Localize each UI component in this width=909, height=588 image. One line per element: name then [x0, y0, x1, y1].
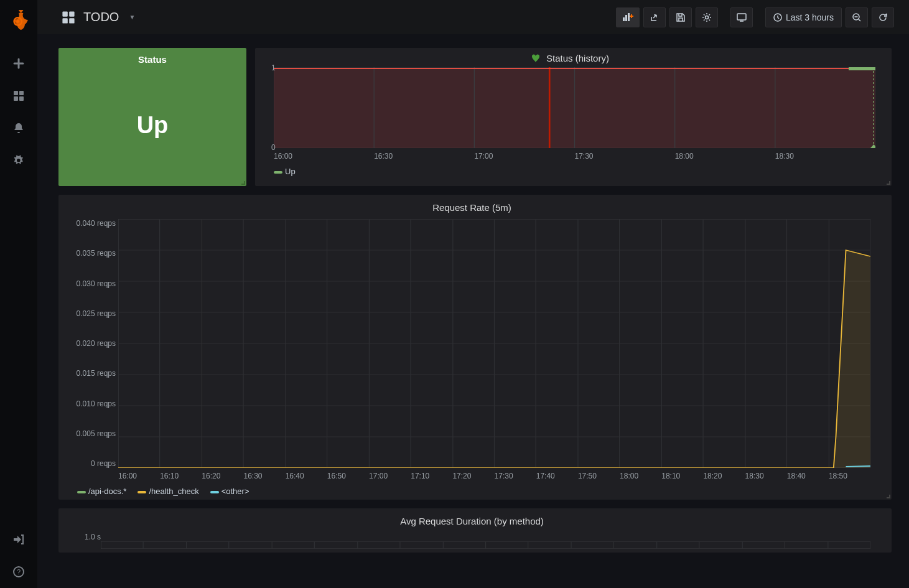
share-button[interactable]	[643, 7, 666, 27]
panel-status[interactable]: Status Up	[58, 48, 246, 186]
x-axis: 16:00 16:30 17:00 17:30 18:00 18:30	[274, 148, 875, 161]
dashboard-title: TODO	[83, 10, 119, 24]
sidebar: ?	[0, 0, 37, 588]
clock-icon	[773, 13, 782, 22]
y-tick: 1.0 s	[85, 533, 880, 541]
chevron-down-icon: ▼	[129, 14, 135, 21]
panel-status-history[interactable]: Status (history) 1 0	[255, 48, 892, 186]
svg-rect-13	[625, 15, 627, 21]
zoom-out-button[interactable]	[846, 7, 868, 27]
grafana-logo-icon[interactable]	[9, 10, 28, 30]
panel-title: Status (history)	[546, 53, 609, 63]
signin-icon[interactable]	[6, 527, 31, 552]
topbar: TODO ▼	[37, 0, 909, 34]
save-button[interactable]	[669, 7, 692, 27]
svg-rect-11	[69, 18, 74, 23]
status-value: Up	[137, 65, 169, 186]
time-range-label: Last 3 hours	[786, 12, 834, 22]
panel-title: Avg Request Duration (by method)	[63, 516, 880, 526]
svg-rect-10	[62, 18, 67, 23]
chart-status-history: 1 0	[274, 67, 875, 148]
resize-handle-icon[interactable]	[887, 495, 890, 498]
svg-rect-5	[19, 96, 24, 101]
legend-item[interactable]: /api-docs.*	[77, 487, 126, 496]
refresh-button[interactable]	[872, 7, 894, 27]
add-panel-button[interactable]	[616, 7, 640, 27]
svg-rect-9	[69, 11, 74, 16]
svg-rect-14	[628, 13, 630, 21]
cycle-view-button[interactable]	[730, 7, 753, 27]
dashboards-icon	[61, 10, 76, 25]
dashboards-icon[interactable]	[6, 83, 31, 108]
svg-rect-4	[14, 96, 18, 101]
svg-rect-12	[623, 17, 625, 21]
panel-title: Status	[138, 54, 167, 65]
help-icon[interactable]: ?	[6, 559, 31, 584]
legend-item[interactable]: <other>	[210, 487, 249, 496]
time-range-button[interactable]: Last 3 hours	[765, 7, 842, 27]
svg-point-15	[705, 16, 708, 19]
heart-icon	[531, 54, 541, 63]
settings-button[interactable]	[696, 7, 718, 27]
chart-request-rate: 0.040 reqps 0.035 reqps 0.030 reqps 0.02…	[118, 219, 870, 468]
dashboard-title-dropdown[interactable]: TODO ▼	[61, 10, 135, 25]
panel-avg-duration[interactable]: Avg Request Duration (by method) 1.0 s	[58, 508, 892, 553]
svg-rect-16	[737, 14, 746, 20]
svg-point-1	[16, 20, 19, 23]
resize-handle-icon[interactable]	[241, 181, 245, 185]
svg-text:?: ?	[17, 568, 21, 576]
svg-rect-3	[19, 91, 24, 95]
panel-request-rate[interactable]: Request Rate (5m) 0.040 reqps 0.035 reqp…	[58, 195, 892, 500]
panel-title: Request Rate (5m)	[63, 202, 880, 213]
add-icon[interactable]	[6, 51, 31, 76]
x-axis: 16:0016:10 16:2016:30 16:4016:50 17:0017…	[118, 468, 870, 480]
legend: /api-docs.* /health_check <other>	[77, 487, 880, 496]
bell-icon[interactable]	[6, 116, 31, 141]
svg-rect-8	[62, 11, 67, 16]
legend-item[interactable]: /health_check	[138, 487, 198, 496]
resize-handle-icon[interactable]	[887, 181, 890, 185]
legend: Up	[274, 167, 880, 176]
gear-icon[interactable]	[6, 148, 31, 173]
legend-item[interactable]: Up	[274, 167, 296, 176]
svg-rect-2	[14, 91, 18, 95]
